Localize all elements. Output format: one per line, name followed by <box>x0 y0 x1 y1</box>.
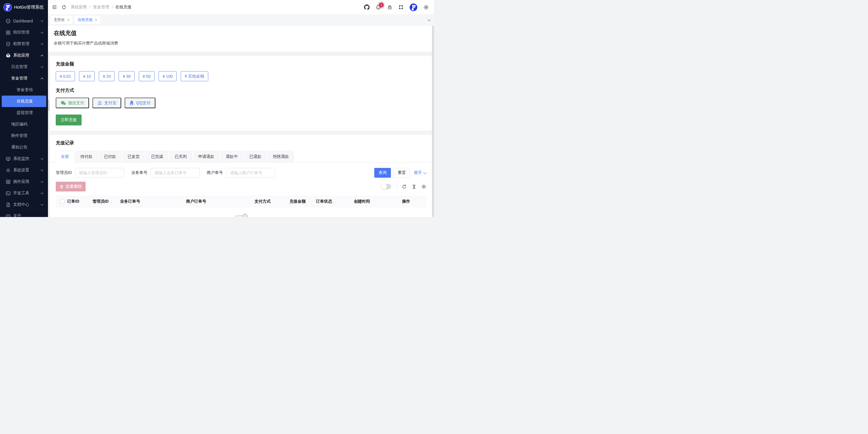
filter-label: 管理员ID <box>56 170 72 175</box>
amount-option-button[interactable]: ¥ 100 <box>159 71 177 81</box>
sidebar-item-label: 日志管理 <box>11 64 27 69</box>
batch-delete-button[interactable]: 批量删除 <box>56 182 86 192</box>
reload-table-icon[interactable] <box>402 184 407 189</box>
table-toolbar: 批量删除 <box>56 182 426 192</box>
sidebar-item-label: 系统应用 <box>13 53 29 58</box>
amount-option-button[interactable]: ¥ 50 <box>139 71 155 81</box>
sidebar-item[interactable]: 附件管理 <box>2 130 46 141</box>
expand-filters-link[interactable]: 展开 <box>414 170 426 175</box>
tab-list-dropdown[interactable] <box>428 14 431 25</box>
recharge-now-button[interactable]: 立即充值 <box>56 114 82 126</box>
chevron-icon <box>41 192 43 195</box>
amount-option-button[interactable]: ¥ 20 <box>99 71 115 81</box>
payment-section-title: 支付方式 <box>56 88 426 94</box>
refresh-page-icon[interactable] <box>61 5 66 10</box>
filter-field: 商户单号 <box>207 168 275 178</box>
sidebar-item[interactable]: 日志管理 <box>2 61 46 73</box>
sidebar-item[interactable]: 权限管理 <box>2 38 46 49</box>
filter-input[interactable] <box>226 168 275 178</box>
search-button[interactable]: 查询 <box>374 168 391 178</box>
recharge-card: 充值金额 ¥ 0.01¥ 10¥ 20¥ 30¥ 50¥ 100¥ 其他金额 支… <box>50 56 432 131</box>
sidebar-item[interactable]: 关于 <box>2 210 46 217</box>
settings-gear-icon[interactable] <box>423 5 429 10</box>
header-actions: 1 <box>364 3 429 11</box>
payment-option-button[interactable]: 支付宝 <box>92 98 121 108</box>
amount-option-button[interactable]: ¥ 30 <box>119 71 134 81</box>
page-scroll-area: 在线充值 余额可用于购买付费产品或商城消费 充值金额 ¥ 0.01¥ 10¥ 2… <box>48 26 434 217</box>
sidebar-item[interactable]: Dashboard <box>2 15 46 27</box>
status-tab[interactable]: 退款中 <box>221 151 243 162</box>
tab-chip[interactable]: 在线充值 × <box>75 16 100 24</box>
fullscreen-icon[interactable] <box>398 5 404 10</box>
breadcrumb-item[interactable]: / 在线充值 <box>112 5 131 10</box>
column-header: 操作 <box>402 199 426 204</box>
vertical-scrollbar[interactable] <box>432 26 434 217</box>
status-tab[interactable]: 已发货 <box>122 151 145 162</box>
dashboard-icon <box>6 19 11 24</box>
amount-option-button[interactable]: ¥ 10 <box>79 71 95 81</box>
tab-chips-bar: 主控台 × 在线充值 × <box>48 14 434 26</box>
status-tab[interactable]: 已退款 <box>244 151 267 162</box>
status-tab[interactable]: 申请退款 <box>193 151 219 162</box>
tab-chip-label: 主控台 <box>54 17 65 22</box>
column-header: 订单状态 <box>316 199 354 204</box>
sidebar-menu: Dashboard 组织管理 权限管理 系统应用 日志管理 <box>0 14 48 217</box>
status-tab[interactable]: 已关闭 <box>169 151 192 162</box>
sidebar-item[interactable]: 组织管理 <box>2 27 46 38</box>
filter-input[interactable] <box>75 168 124 178</box>
column-settings-gear-icon[interactable] <box>421 184 426 189</box>
empty-state-icon <box>234 213 248 217</box>
sidebar-item[interactable]: 地区编码 <box>2 119 46 130</box>
tab-chip[interactable]: 主控台 × <box>51 16 72 24</box>
plugin-grid-icon <box>6 179 11 184</box>
github-icon[interactable] <box>364 4 370 10</box>
sidebar-item[interactable]: 系统应用 <box>2 49 46 61</box>
qq-icon <box>129 100 134 105</box>
sidebar-item-label: Dashboard <box>13 19 33 23</box>
row-density-icon[interactable] <box>412 184 416 189</box>
sidebar-item[interactable]: 系统监控 <box>2 153 46 164</box>
collapse-sidebar-icon[interactable] <box>52 5 57 10</box>
striped-toggle[interactable] <box>381 184 391 189</box>
close-icon[interactable]: × <box>67 18 69 22</box>
sidebar-item[interactable]: 提现管理 <box>2 107 46 119</box>
sidebar-item[interactable]: 文档中心 <box>2 199 46 210</box>
breadcrumb-label: 在线充值 <box>116 5 131 10</box>
chevron-down-icon <box>428 19 431 21</box>
user-avatar[interactable] <box>410 3 417 11</box>
sidebar-item[interactable]: 资金管理 <box>2 73 46 84</box>
divider <box>397 185 397 189</box>
status-tab[interactable]: 待付款 <box>75 151 98 162</box>
sidebar-item[interactable]: 开发工具 <box>2 188 46 199</box>
sidebar-item[interactable]: 插件应用 <box>2 176 46 188</box>
status-tab[interactable]: 全部 <box>56 151 74 163</box>
status-tab[interactable]: 已付款 <box>99 151 121 162</box>
notifications-bell-icon[interactable]: 1 <box>376 5 381 10</box>
payment-option-button[interactable]: 微信支付 <box>56 98 89 108</box>
sidebar-item-label: 资金管理 <box>11 76 27 81</box>
amount-option-button[interactable]: ¥ 其他金额 <box>181 71 208 81</box>
column-header: 订单ID <box>67 199 92 204</box>
breadcrumb-item[interactable]: / 资金管理 <box>89 5 109 10</box>
amount-option-button[interactable]: ¥ 0.01 <box>56 71 75 81</box>
select-all-checkbox[interactable] <box>60 199 64 204</box>
filter-input[interactable] <box>151 168 199 178</box>
sidebar-item-label: 权限管理 <box>13 41 29 46</box>
koala-logo-icon <box>4 3 11 11</box>
status-tab[interactable]: 已完成 <box>146 151 168 162</box>
sidebar-item[interactable]: 系统设置 <box>2 164 46 176</box>
close-icon[interactable]: × <box>95 18 97 22</box>
reset-button[interactable]: 重置 <box>394 168 410 178</box>
app-logo[interactable]: HotGo管理系统 <box>0 0 48 14</box>
status-tab[interactable]: 拒绝退款 <box>268 151 294 162</box>
payment-option-button[interactable]: QQ支付 <box>125 98 155 108</box>
sidebar-item[interactable]: 资金变动 <box>2 84 46 96</box>
left-scrollbar-thumb[interactable] <box>48 100 50 111</box>
about-icon <box>6 214 11 217</box>
sidebar-item[interactable]: 在线充值 <box>2 96 46 107</box>
sidebar-item[interactable]: 通知公告 <box>2 141 46 153</box>
sidebar-item-label: 在线充值 <box>17 99 33 104</box>
sidebar-item-label: 通知公告 <box>11 145 27 150</box>
lock-screen-icon[interactable] <box>387 5 392 10</box>
breadcrumb-item[interactable]: 系统应用 <box>71 5 87 10</box>
